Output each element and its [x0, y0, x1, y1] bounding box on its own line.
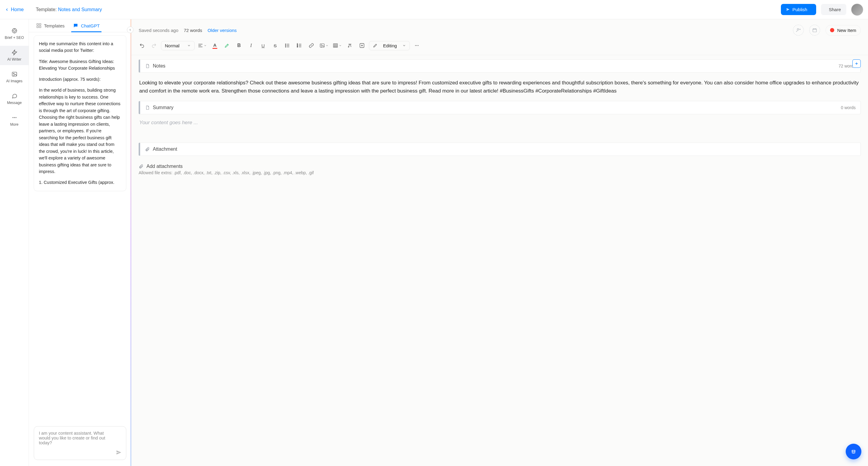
bullet-list-button[interactable] [282, 40, 292, 51]
tab-templates[interactable]: Templates [36, 23, 64, 32]
redo-icon [151, 43, 157, 48]
bold-icon: B [237, 43, 241, 48]
home-link[interactable]: Home [5, 7, 24, 12]
section-notes-header[interactable]: Notes 72 words [138, 59, 861, 73]
section-attachment: Attachment [138, 143, 861, 156]
doc-icon [145, 105, 150, 110]
italic-button[interactable]: I [246, 40, 256, 51]
pencil-icon [373, 43, 378, 48]
target-icon [11, 28, 18, 34]
assign-user-button[interactable] [793, 25, 804, 36]
rail-item-message[interactable]: Message [0, 89, 29, 108]
notes-content[interactable]: Looking to elevate your corporate relati… [138, 77, 861, 96]
tab-chatgpt[interactable]: ChatGPT [73, 23, 100, 32]
older-versions-link[interactable]: Older versions [208, 28, 237, 33]
doc-icon [145, 64, 150, 68]
paperclip-icon [138, 164, 144, 169]
link-button[interactable] [306, 40, 316, 51]
document-body[interactable]: Notes 72 words Looking to elevate your c… [131, 55, 868, 179]
number-list-button[interactable]: 123 [294, 40, 304, 51]
svg-point-4 [13, 73, 14, 74]
link-icon [309, 43, 314, 48]
status-selector[interactable]: New Item [826, 25, 861, 36]
rail-label: AI Images [6, 79, 22, 83]
collapse-panel-button[interactable] [127, 27, 133, 33]
panel-accent [130, 19, 131, 466]
bolt-icon [11, 50, 18, 56]
insert-table-button[interactable] [332, 41, 343, 50]
chat-message: Help me summarize this content into a so… [34, 35, 126, 191]
bullet-list-icon [284, 43, 290, 48]
mode-label: Editing [383, 43, 397, 48]
align-left-icon [198, 43, 203, 48]
chevron-down-icon [326, 44, 329, 47]
schedule-button[interactable] [809, 25, 820, 36]
help-fab[interactable] [846, 444, 861, 459]
svg-rect-3 [12, 72, 17, 76]
undo-icon [139, 43, 145, 48]
template-prefix: Template: [36, 7, 58, 12]
dots-icon [414, 43, 420, 48]
section-summary-label: Summary [153, 105, 173, 110]
chat-line: Help me summarize this content into a so… [39, 40, 121, 54]
send-icon [786, 8, 789, 11]
svg-point-12 [797, 29, 799, 30]
share-button[interactable]: Share [821, 4, 846, 15]
rail-item-ai-writer[interactable]: AI Writer [0, 46, 29, 65]
paragraph-style-label: Normal [165, 43, 179, 48]
image-icon [11, 71, 18, 77]
add-attachments-button[interactable]: Add attachments [138, 164, 861, 169]
dots-icon [11, 115, 18, 121]
rail-item-more[interactable]: More [0, 111, 29, 130]
chevron-down-icon [187, 44, 191, 47]
avatar[interactable] [851, 4, 863, 16]
chat-line: In the world of business, building stron… [39, 87, 121, 175]
strike-button[interactable]: S [270, 40, 280, 51]
highlight-icon [224, 43, 230, 48]
italic-icon: I [250, 43, 252, 48]
chevron-down-icon [810, 8, 811, 11]
send-icon [116, 450, 121, 455]
undo-button[interactable] [137, 40, 147, 51]
add-block-button[interactable] [852, 59, 861, 68]
svg-rect-10 [37, 26, 38, 28]
underline-button[interactable]: U [258, 40, 268, 51]
chat-input[interactable]: I am your content assistant. What would … [34, 426, 126, 460]
svg-rect-9 [39, 24, 41, 25]
svg-point-15 [285, 45, 286, 46]
chevron-down-icon [204, 44, 207, 47]
side-rail: Brief + SEO AI Writer AI Images Message … [0, 19, 29, 466]
highlight-button[interactable] [222, 40, 232, 51]
bold-button[interactable]: B [234, 40, 244, 51]
rail-label: Message [7, 101, 22, 105]
chevron-left-icon [5, 7, 9, 12]
clear-format-button[interactable] [345, 40, 355, 51]
template-name[interactable]: Notes and Summary [58, 7, 102, 12]
insert-image-button[interactable] [318, 41, 330, 50]
svg-point-16 [285, 46, 286, 47]
chat-line: Introduction (approx. 75 words): [39, 76, 121, 83]
svg-point-26 [418, 45, 418, 46]
chat-bubble-icon [73, 23, 79, 28]
mode-select[interactable]: Editing [369, 41, 410, 50]
text-color-button[interactable]: A [210, 40, 220, 51]
chat-line: 1. Customized Executive Gifts (approx. [39, 179, 121, 186]
align-button[interactable] [196, 41, 208, 50]
send-button[interactable] [115, 448, 123, 457]
paragraph-style-select[interactable]: Normal [161, 41, 195, 50]
strike-icon: S [274, 43, 277, 48]
publish-button[interactable]: Publish [781, 4, 816, 15]
summary-placeholder[interactable]: Your content goes here ... [138, 119, 861, 126]
svg-point-1 [13, 30, 16, 32]
intercom-icon [850, 448, 857, 455]
plus-box-icon [359, 43, 365, 48]
more-toolbar-button[interactable] [412, 40, 422, 51]
summary-word-count: 0 words [841, 105, 856, 110]
chat-line: Title: Awesome Business Gifting Ideas: E… [39, 58, 121, 72]
rail-item-ai-images[interactable]: AI Images [0, 67, 29, 87]
section-summary-header[interactable]: Summary 0 words [138, 101, 861, 114]
svg-point-14 [285, 44, 286, 44]
insert-snippet-button[interactable] [357, 40, 367, 51]
redo-button[interactable] [149, 40, 159, 51]
rail-item-brief-seo[interactable]: Brief + SEO [0, 24, 29, 43]
